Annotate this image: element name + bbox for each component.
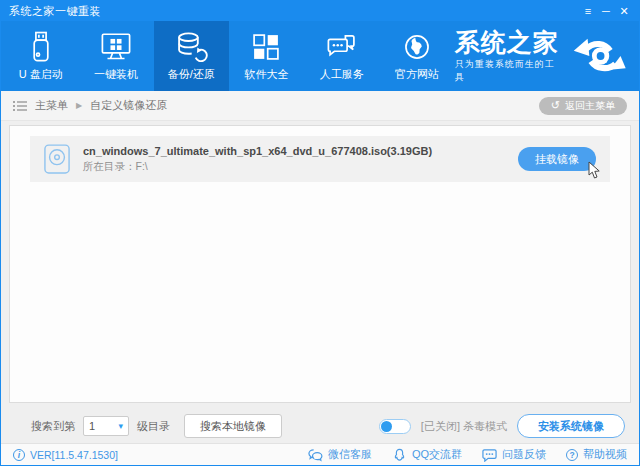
nav-item-usb-boot[interactable]: U 盘启动 — [3, 21, 78, 91]
bottom-right-group: [已关闭] 杀毒模式 安装系统镜像 — [379, 414, 625, 438]
footer-link-label: 问题反馈 — [502, 447, 546, 462]
footer-link-help-video[interactable]: ? 帮助视频 — [566, 447, 627, 462]
back-arrow-icon: ↺ — [551, 100, 560, 111]
iso-filename: cn_windows_7_ultimate_with_sp1_x64_dvd_u… — [83, 145, 432, 157]
nav-label: 备份/还原 — [168, 67, 215, 82]
window-title: 系统之家一键重装 — [9, 4, 101, 19]
search-local-images-button[interactable]: 搜索本地镜像 — [184, 414, 282, 438]
usb-drive-icon — [24, 30, 58, 64]
menu-icon[interactable]: ≡ — [579, 3, 597, 19]
info-icon: i — [13, 449, 25, 461]
image-list-panel: cn_windows_7_ultimate_with_sp1_x64_dvd_u… — [9, 125, 631, 403]
search-depth-suffix: 级目录 — [137, 419, 170, 434]
mount-image-label: 挂载镜像 — [535, 153, 579, 165]
footer-link-label: 微信客服 — [328, 447, 372, 462]
nav-label: 人工服务 — [320, 67, 364, 82]
window-controls: ≡ ─ ✕ — [579, 3, 633, 19]
list-icon — [13, 100, 27, 112]
nav-item-one-key-install[interactable]: 一键装机 — [78, 21, 153, 91]
chevron-right-icon: ▶ — [76, 101, 82, 110]
mount-image-button[interactable]: 挂载镜像 — [518, 147, 596, 171]
help-video-icon: ? — [566, 449, 578, 461]
brand-tagline: 只为重装系统而生的工具 — [455, 58, 564, 84]
back-to-main-menu-button[interactable]: ↺ 返回主菜单 — [539, 97, 627, 115]
breadcrumb-current: 自定义镜像还原 — [90, 98, 167, 113]
footer: i VER[11.5.47.1530] 微信客服 QQ交流群 — [1, 443, 639, 465]
brand-logo: 系统之家 只为重装系统而生的工具 — [455, 21, 639, 91]
chevron-down-icon: ▾ — [118, 421, 123, 431]
brand-swoosh-icon — [572, 36, 627, 76]
mouse-cursor-icon — [588, 161, 601, 180]
nav-item-software[interactable]: 软件大全 — [229, 21, 304, 91]
back-button-label: 返回主菜单 — [565, 99, 615, 113]
software-grid-icon — [249, 30, 283, 64]
title-bar: 系统之家一键重装 ≡ ─ ✕ — [1, 1, 639, 21]
globe-icon — [400, 30, 434, 64]
footer-link-wechat[interactable]: 微信客服 — [308, 447, 372, 462]
nav-item-backup-restore[interactable]: 备份/还原 — [154, 21, 229, 91]
depth-select[interactable]: 1 ▾ — [83, 416, 129, 436]
breadcrumb-root[interactable]: 主菜单 — [35, 98, 68, 113]
search-depth-prefix: 搜索到第 — [31, 419, 75, 434]
image-list-item[interactable]: cn_windows_7_ultimate_with_sp1_x64_dvd_u… — [30, 136, 610, 182]
version-info: i VER[11.5.47.1530] — [13, 449, 118, 461]
close-icon[interactable]: ✕ — [615, 3, 633, 19]
nav-label: 一键装机 — [94, 67, 138, 82]
install-system-image-button[interactable]: 安装系统镜像 — [517, 414, 625, 438]
bottom-controls: 搜索到第 1 ▾ 级目录 搜索本地镜像 [已关闭] 杀毒模式 安装系统镜像 — [1, 409, 639, 443]
monitor-windows-icon — [99, 30, 133, 64]
nav-item-official-site[interactable]: 官方网站 — [379, 21, 454, 91]
breadcrumb: 主菜单 ▶ 自定义镜像还原 ↺ 返回主菜单 — [1, 91, 639, 121]
nav-item-support[interactable]: 人工服务 — [304, 21, 379, 91]
nav-label: 软件大全 — [244, 67, 288, 82]
nav-label: 官方网站 — [395, 67, 439, 82]
antivirus-toggle[interactable] — [379, 419, 411, 434]
minimize-icon[interactable]: ─ — [597, 3, 615, 19]
file-meta: cn_windows_7_ultimate_with_sp1_x64_dvd_u… — [83, 145, 432, 174]
backup-restore-icon — [174, 30, 208, 64]
antivirus-status-label: [已关闭] 杀毒模式 — [421, 419, 507, 434]
nav-label: U 盘启动 — [19, 67, 63, 82]
footer-link-label: 帮助视频 — [583, 447, 627, 462]
footer-link-qq[interactable]: QQ交流群 — [392, 447, 462, 462]
footer-link-feedback[interactable]: 问题反馈 — [482, 447, 546, 462]
app-window: 系统之家一键重装 ≡ ─ ✕ U 盘启动 — [0, 0, 640, 466]
version-label: VER[11.5.47.1530] — [30, 449, 118, 461]
brand-name: 系统之家 — [455, 29, 564, 55]
footer-links: 微信客服 QQ交流群 问题反馈 ? 帮助视频 — [308, 447, 627, 462]
toggle-knob — [381, 421, 392, 432]
qq-icon — [392, 448, 407, 462]
iso-directory: 所在目录：F:\ — [83, 160, 432, 174]
depth-value: 1 — [89, 420, 95, 432]
wechat-icon — [308, 448, 323, 462]
feedback-bubble-icon — [482, 448, 497, 462]
footer-link-label: QQ交流群 — [412, 447, 462, 462]
support-chat-icon — [325, 30, 359, 64]
main-nav: U 盘启动 一键装机 备份/还原 — [1, 21, 639, 91]
iso-disc-icon — [44, 144, 70, 174]
